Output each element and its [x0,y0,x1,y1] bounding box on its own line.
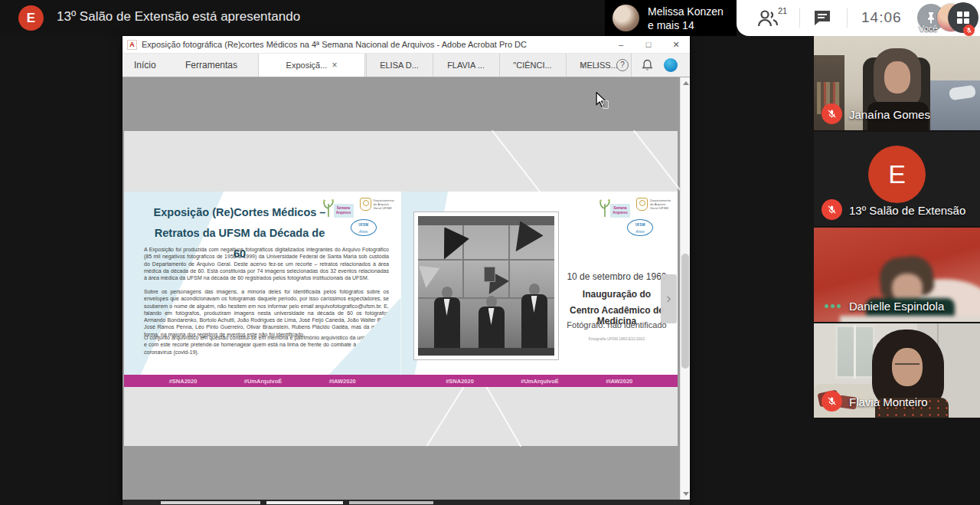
dag-logo [636,198,648,211]
pinned-participant-chip[interactable]: Melissa Konzen e mais 14 [605,0,737,36]
minimize-button[interactable]: – [609,36,632,53]
document-canvas[interactable]: Exposição (Re)Cortes Médicos – Retratos … [122,77,680,500]
photo-caption-photographer: Fotógrafo: não identificado [564,320,671,330]
participant-tile-janaina[interactable]: Janaína Gomes [814,36,980,130]
hashtag: #IAW2020 [329,378,356,385]
acrobat-tabbar: Início Ferramentas Exposiçã...× ELISA D.… [122,54,690,77]
tab-nav-next[interactable]: › [591,54,605,77]
pinned-name: Melissa Konzen [648,5,724,18]
hashtag: #SNA2020 [446,378,474,385]
vertical-scrollbar[interactable] [680,77,690,500]
next-page-button[interactable]: › [661,274,677,323]
slide-paragraph: Sobre os personagens das imagens, a mino… [144,288,389,338]
meet-controls-panel: 21 14:06 [737,0,980,36]
clock: 14:06 [861,9,902,26]
presenting-banner: E 13º Salão de Extensão está apresentand… [0,0,980,36]
speaking-indicator [825,304,841,308]
doc-tab-exposicao[interactable]: Exposiçã...× [258,54,365,77]
doc-tab-flavia[interactable]: FLAVIA ... [433,54,498,77]
hashtag: #IAW2020 [606,378,632,385]
mic-muted-badge [963,25,975,36]
mic-off-icon [827,109,837,119]
chat-icon [813,9,831,26]
window-titlebar[interactable]: A Exposição fotográfica (Re)cortes Médic… [122,36,690,54]
notifications-bell-button[interactable] [642,59,654,71]
divider [799,8,800,28]
mic-off-icon [827,396,837,406]
doc-tab-elisa[interactable]: ELISA D... [366,54,432,77]
person-silhouette [432,287,462,356]
pennant [440,227,469,261]
grid-icon [957,11,969,24]
participant-tile-salao[interactable]: E 13º Salão de Extensão [814,132,980,226]
hashtag: #UmArquivoÉ [521,378,559,385]
pennant [419,262,443,289]
bell-icon [642,59,653,71]
participant-name: 13º Salão de Extensão [849,204,965,217]
help-button[interactable]: ? [616,59,629,71]
tab-nav-prev[interactable]: ‹ [576,54,590,77]
meet-app: E 13º Salão de Extensão está apresentand… [0,0,980,505]
slide-title-line1: Exposição (Re)Cortes Médicos – [154,206,326,218]
photo-caption-date: 10 de setembro de 1960 [564,271,671,282]
dag-logo-text: Departamento de Arquivo Geral UFSM [374,198,395,210]
slide-paragraph: O conjunto arquivístico em questão const… [144,334,389,356]
people-icon [756,8,779,28]
hashtag-bar: #SNA2020 #UmArquivoÉ #IAW2020 #SNA2020 #… [124,375,678,387]
plaque [484,267,495,282]
scroll-up-button[interactable] [683,81,689,85]
taskbar-strip [122,500,690,505]
pin-icon [925,11,937,24]
account-avatar[interactable] [664,58,678,72]
pinned-avatar [612,5,639,31]
hashtag: #SNA2020 [169,378,198,385]
mic-off-icon [827,205,837,215]
slide-right: SemanaArquivos Departamento de Arquivo G… [401,192,678,375]
mic-off-icon [965,27,972,34]
participant-tile-flavia[interactable]: Flavia Monteiro [814,323,980,418]
acrobat-window: A Exposição fotográfica (Re)cortes Médic… [122,36,690,505]
participants-button[interactable]: 21 [756,8,790,29]
person-silhouette [476,296,507,356]
slide-left: Exposição (Re)Cortes Médicos – Retratos … [124,192,401,375]
ufsm-logo: UFSMAnos [627,219,653,236]
tab-inicio[interactable]: Início [134,54,156,77]
presenting-text: 13º Salão de Extensão está apresentando [57,9,300,25]
window-title: Exposição fotográfica (Re)cortes Médicos… [142,40,527,49]
scroll-down-button[interactable] [683,492,689,496]
mic-muted-badge [822,103,842,124]
chat-button[interactable] [813,9,833,28]
tab-ferramentas[interactable]: Ferramentas [185,54,237,77]
slide-deco-line [484,383,521,447]
participant-tile-danielle[interactable]: Danielle Espindola [814,228,980,322]
presenter-avatar: E [18,5,44,31]
close-button[interactable]: ✕ [665,36,688,53]
acrobat-icon: A [127,40,137,50]
slide-logos: SemanaArquivos Departamento de Arquivo G… [322,196,395,239]
hashtag: #UmArquivoÉ [244,378,283,385]
person-silhouette [519,284,550,356]
tab-close-icon[interactable]: × [332,60,337,71]
pennant [512,221,545,257]
dag-logo [360,198,371,211]
sna-logo: SemanaArquivos [610,204,630,218]
doc-tab-label: Exposiçã... [286,61,328,70]
doc-tab-ciencia[interactable]: "CIÊNCI... [499,54,565,77]
chevron-right-icon: › [666,290,671,306]
divider [847,8,848,28]
participant-avatar: E [868,146,926,203]
pinned-more-count: e mais 14 [648,19,694,31]
participant-name: Flavia Monteiro [849,395,928,408]
photo-caption-event: Inauguração do [564,289,671,300]
ufsm-logo: UFSMAnos [351,219,377,236]
maximize-button[interactable]: □ [637,36,660,53]
scroll-thumb[interactable] [681,254,689,369]
mic-muted-badge [822,391,842,412]
slide-logos: SemanaArquivos Departamento de Arquivo G… [598,196,671,239]
slide-deco-line [426,384,466,446]
bw-photo-scene [418,216,554,356]
participant-name: Janaína Gomes [849,108,930,121]
participant-count-badge: 21 [778,6,787,15]
dag-logo-text: Departamento de Arquivo Geral UFSM [650,198,671,210]
pdf-page: Exposição (Re)Cortes Médicos – Retratos … [124,131,678,446]
